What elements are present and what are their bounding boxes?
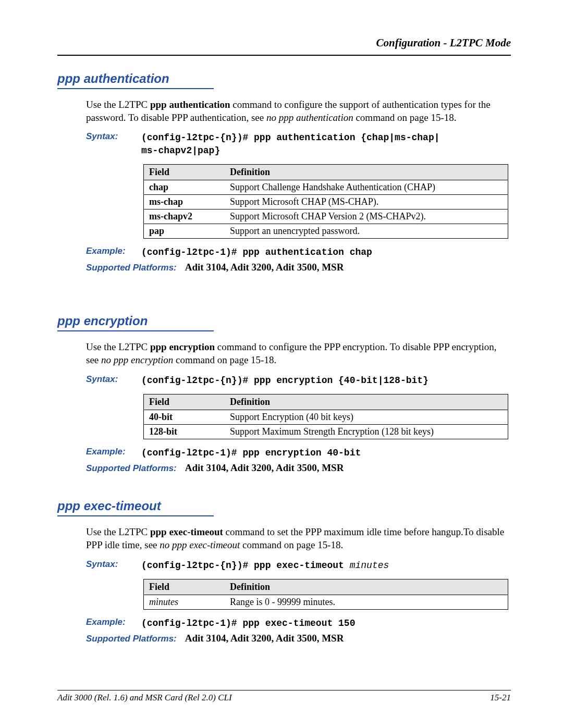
syntax-code: (config-l2tpc-{n})# ppp encryption {40-b… [141,374,429,387]
field-cell: chap [144,180,225,194]
platforms-label: Supported Platforms: [86,634,177,644]
field-definition-table: FieldDefinitionminutesRange is 0 - 99999… [143,579,508,610]
syntax-row: Syntax: (config-l2tpc-{n})# ppp exec-tim… [86,559,511,572]
table-header: Field [144,164,225,180]
section-title: ppp authentication [57,71,511,86]
example-row: Example: (config-l2tpc-1)# ppp authentic… [86,246,511,258]
example-code: (config-l2tpc-1)# ppp authentication cha… [141,246,372,258]
title-underline [57,515,214,516]
intro-paragraph: Use the L2TPC ppp authentication command… [86,98,511,124]
footer-left: Adit 3000 (Rel. 1.6) and MSR Card (Rel 2… [57,693,232,703]
table-row: ms-chapv2Support Microsoft CHAP Version … [144,209,508,224]
definition-cell: Support Challenge Handshake Authenticati… [225,180,508,194]
section-title: ppp encryption [57,314,511,328]
example-row: Example: (config-l2tpc-1)# ppp exec-time… [86,617,511,630]
syntax-code: (config-l2tpc-{n})# ppp authentication {… [141,131,440,157]
platforms-row: Supported Platforms: Adit 3104, Adit 320… [86,262,511,273]
title-underline [57,88,214,89]
syntax-code-fixed: (config-l2tpc-{n})# ppp exec-timeout [141,560,350,571]
field-cell: pap [144,224,225,238]
example-label: Example: [86,447,139,457]
section-ppp-authentication: ppp authentication Use the L2TPC ppp aut… [57,71,511,273]
syntax-code-arg: minutes [350,560,389,571]
table-row: ms-chapSupport Microsoft CHAP (MS-CHAP). [144,194,508,209]
field-cell: ms-chap [144,194,225,209]
syntax-label: Syntax: [86,559,139,570]
table-header: Definition [225,579,508,595]
intro-paragraph: Use the L2TPC ppp encryption command to … [86,341,511,366]
section-ppp-encryption: ppp encryption Use the L2TPC ppp encrypt… [57,314,511,474]
page-footer: Adit 3000 (Rel. 1.6) and MSR Card (Rel 2… [57,690,511,703]
intro-paragraph: Use the L2TPC ppp exec-timeout command t… [86,526,511,551]
definition-cell: Support Microsoft CHAP Version 2 (MS-CHA… [225,209,508,224]
field-definition-table: FieldDefinition40-bitSupport Encryption … [143,394,508,439]
field-cell: 40-bit [144,410,225,424]
definition-cell: Support Maximum Strength Encryption (128… [225,424,508,439]
example-label: Example: [86,246,139,256]
running-head: Configuration - L2TPC Mode [57,36,511,50]
syntax-label: Syntax: [86,131,139,142]
example-label: Example: [86,617,139,627]
example-code: (config-l2tpc-1)# ppp exec-timeout 150 [141,617,355,630]
section-title: ppp exec-timeout [57,499,511,513]
table-row: minutesRange is 0 - 99999 minutes. [144,595,508,609]
example-row: Example: (config-l2tpc-1)# ppp encryptio… [86,447,511,459]
platforms-value: Adit 3104, Adit 3200, Adit 3500, MSR [185,462,344,473]
platforms-value: Adit 3104, Adit 3200, Adit 3500, MSR [185,262,344,273]
example-code: (config-l2tpc-1)# ppp encryption 40-bit [141,447,361,459]
top-rule [57,55,511,56]
page: Configuration - L2TPC Mode ppp authentic… [0,0,563,728]
table-header: Field [144,394,225,410]
definition-cell: Support Encryption (40 bit keys) [225,410,508,424]
field-cell: minutes [144,595,225,609]
platforms-row: Supported Platforms: Adit 3104, Adit 320… [86,633,511,644]
definition-cell: Support an unencrypted password. [225,224,508,238]
field-cell: ms-chapv2 [144,209,225,224]
field-definition-table: FieldDefinitionchapSupport Challenge Han… [143,164,508,239]
table-row: chapSupport Challenge Handshake Authenti… [144,180,508,194]
footer-page-number: 15-21 [490,693,511,703]
table-header: Definition [225,394,508,410]
footer-rule [57,690,511,690]
table-header: Definition [225,164,508,180]
title-underline [57,330,214,331]
syntax-row: Syntax: (config-l2tpc-{n})# ppp authenti… [86,131,511,157]
table-row: 128-bitSupport Maximum Strength Encrypti… [144,424,508,439]
platforms-label: Supported Platforms: [86,463,177,473]
field-cell: 128-bit [144,424,225,439]
syntax-label: Syntax: [86,374,139,385]
table-row: 40-bitSupport Encryption (40 bit keys) [144,410,508,424]
syntax-row: Syntax: (config-l2tpc-{n})# ppp encrypti… [86,374,511,387]
definition-cell: Support Microsoft CHAP (MS-CHAP). [225,194,508,209]
section-ppp-exec-timeout: ppp exec-timeout Use the L2TPC ppp exec-… [57,499,511,644]
platforms-row: Supported Platforms: Adit 3104, Adit 320… [86,462,511,474]
table-header: Field [144,579,225,595]
definition-cell: Range is 0 - 99999 minutes. [225,595,508,609]
syntax-code: (config-l2tpc-{n})# ppp exec-timeout min… [141,559,389,572]
platforms-value: Adit 3104, Adit 3200, Adit 3500, MSR [185,633,344,644]
table-row: papSupport an unencrypted password. [144,224,508,238]
platforms-label: Supported Platforms: [86,263,177,273]
